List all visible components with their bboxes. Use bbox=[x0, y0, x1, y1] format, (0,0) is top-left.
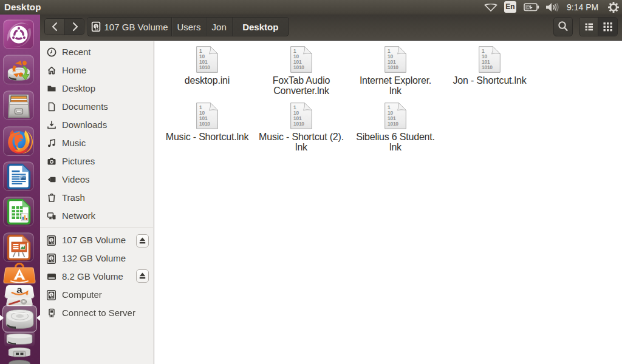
svg-text:1010: 1010 bbox=[388, 64, 398, 70]
svg-text:1010: 1010 bbox=[293, 64, 304, 70]
svg-text:1010: 1010 bbox=[388, 121, 398, 127]
svg-text:1010: 1010 bbox=[293, 121, 304, 127]
svg-text:1010: 1010 bbox=[482, 64, 493, 70]
svg-text:1010: 1010 bbox=[199, 64, 210, 70]
svg-text:a: a bbox=[16, 286, 22, 295]
svg-text:1010: 1010 bbox=[199, 121, 210, 127]
